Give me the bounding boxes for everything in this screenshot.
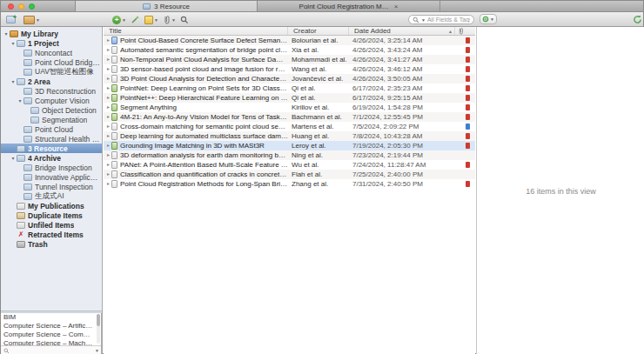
zoom-window-button[interactable]	[29, 3, 35, 10]
sidebar-item-2-area[interactable]: ▾2 Area	[1, 77, 102, 86]
library-menu-button[interactable]: ▼	[22, 14, 42, 25]
table-row[interactable]: ▸Automated semantic segmentation of brid…	[104, 45, 475, 55]
table-row[interactable]: ▸Point Cloud-Based Concrete Surface Defe…	[104, 36, 475, 45]
row-disclosure-icon[interactable]: ▸	[105, 64, 111, 74]
sidebar-item-uav智能巡检图像[interactable]: UAV智能巡检图像	[1, 67, 102, 77]
new-note-button[interactable]: ▼	[143, 14, 160, 25]
sidebar-item-3-resource[interactable]: 3 Resource	[1, 144, 102, 153]
row-disclosure-icon[interactable]: ▸	[105, 112, 111, 122]
tag-item[interactable]: Computer Science – Machine Le	[1, 339, 97, 345]
sidebar-item-my-library[interactable]: ▾My Library	[1, 29, 102, 38]
disclosure-open-icon[interactable]: ▾	[10, 155, 17, 161]
sidebar-item-label: Noncontact	[35, 49, 72, 57]
row-disclosure-icon[interactable]: ▸	[105, 103, 111, 112]
minimize-window-button[interactable]	[18, 3, 24, 10]
row-disclosure-icon[interactable]: ▸	[105, 150, 111, 160]
add-by-identifier-button[interactable]	[129, 14, 141, 25]
item-type-icon	[111, 37, 117, 44]
tab-reader[interactable]: Point Cloud Registration M… ×	[258, 1, 440, 11]
sidebar-item-retracted-items[interactable]: ✗Retracted Items	[1, 230, 102, 239]
row-disclosure-icon[interactable]: ▸	[105, 179, 111, 189]
table-row[interactable]: ▸Grounding Image Matching in 3D with MAS…	[104, 141, 475, 150]
tag-item[interactable]: Computer Science – Computer	[1, 331, 97, 339]
new-item-button[interactable]: + ▼	[111, 14, 128, 25]
sidebar-item-object-detection[interactable]: Object Detection	[1, 105, 102, 115]
row-disclosure-icon[interactable]: ▸	[105, 45, 111, 55]
tab-library[interactable]: 3 Resource	[75, 1, 258, 11]
table-row[interactable]: ▸PointNet++: Deep Hierarchical Feature L…	[104, 93, 475, 103]
table-row[interactable]: ▸3D sensor-based point cloud and image f…	[104, 64, 475, 74]
close-window-button[interactable]	[8, 3, 14, 10]
table-row[interactable]: ▸4M-21: An Any-to-Any Vision Model for T…	[104, 112, 475, 122]
sidebar-item-point-cloud-bridge-inspec[interactable]: Point Cloud Bridge Inspec	[1, 57, 102, 67]
row-disclosure-icon[interactable]: ▸	[105, 93, 111, 103]
items-list: ▸Point Cloud-Based Concrete Surface Defe…	[104, 36, 475, 189]
row-disclosure-icon[interactable]: ▸	[105, 141, 111, 150]
column-header-title[interactable]: Title	[104, 27, 288, 35]
add-attachment-button[interactable]: ▼	[161, 14, 178, 25]
sidebar-item-my-publications[interactable]: My Publications	[1, 201, 102, 210]
column-header-date-added[interactable]: Date Added ▲	[349, 27, 455, 35]
item-title: Non-Temporal Point Cloud Analysis for Su…	[120, 55, 288, 64]
row-disclosure-icon[interactable]: ▸	[105, 83, 111, 93]
table-row[interactable]: ▸PointNet: Deep Learning on Point Sets f…	[104, 83, 475, 93]
sidebar-item-生成式ai[interactable]: 生成式AI	[1, 191, 102, 201]
sidebar-item-label: Point Cloud Bridge Inspec	[35, 58, 102, 67]
table-row[interactable]: ▸Point Cloud Registration Methods for Lo…	[104, 179, 475, 189]
search-input[interactable]: ▼ All Fields & Tags	[408, 15, 474, 24]
sidebar-item-tunnel-inspection[interactable]: Tunnel Inspection	[1, 182, 102, 191]
column-header-creator[interactable]: Creator	[288, 27, 349, 35]
table-row[interactable]: ▸Segment AnythingKirillov et al.6/19/202…	[104, 103, 475, 112]
item-title: Classification and quantification of cra…	[120, 170, 288, 179]
row-disclosure-icon[interactable]: ▸	[105, 36, 111, 45]
sidebar-item-noncontact[interactable]: Noncontact	[1, 48, 102, 57]
disclosure-open-icon[interactable]: ▾	[10, 78, 17, 84]
advanced-search-button[interactable]	[178, 14, 191, 25]
tab-bar: 3 Resource Point Cloud Registration M… ×	[1, 1, 643, 12]
row-disclosure-icon[interactable]: ▸	[105, 122, 111, 131]
table-row[interactable]: ▸Cross-domain matching for semantic poin…	[104, 122, 475, 131]
column-header-attachment[interactable]	[455, 27, 475, 35]
table-row[interactable]: ▸Non-Temporal Point Cloud Analysis for S…	[104, 55, 475, 64]
table-row[interactable]: ▸3D deformation analysis for earth dam m…	[104, 150, 475, 160]
sidebar-item-trash[interactable]: Trash	[1, 239, 102, 249]
sidebar-item-duplicate-items[interactable]: Duplicate Items	[1, 210, 102, 220]
sidebar-item-point-cloud[interactable]: Point Cloud	[1, 124, 102, 134]
folder-icon	[23, 164, 32, 171]
tag-item[interactable]: BIM	[1, 313, 97, 322]
locate-button[interactable]: ▼	[480, 14, 497, 24]
table-row[interactable]: ▸Classification and quantification of cr…	[104, 170, 475, 179]
row-disclosure-icon[interactable]: ▸	[105, 55, 111, 64]
disclosure-open-icon[interactable]: ▾	[17, 97, 23, 104]
sidebar-item-computer-vision[interactable]: ▾Computer Vision	[1, 96, 102, 105]
sidebar-item-structural-health-monitor[interactable]: Structural Health Monitor	[1, 134, 102, 144]
row-disclosure-icon[interactable]: ▸	[105, 160, 111, 170]
row-disclosure-icon[interactable]: ▸	[105, 131, 111, 141]
sidebar-item-3d-reconstruction[interactable]: 3D Reconstruction	[1, 86, 102, 96]
sidebar-item-unfiled-items[interactable]: Unfiled Items	[1, 220, 102, 230]
disclosure-open-icon[interactable]: ▾	[3, 30, 10, 37]
close-tab-icon[interactable]: ×	[394, 3, 399, 10]
sync-button[interactable]	[631, 14, 644, 25]
sidebar-item-1-project[interactable]: ▾1 Project	[1, 38, 102, 48]
table-row[interactable]: ▸Deep learning for automated multiclass …	[104, 131, 475, 141]
locate-icon	[482, 16, 489, 23]
item-title: Point Cloud-Based Concrete Surface Defec…	[120, 36, 288, 45]
tag-options-icon[interactable]: ▼	[95, 348, 99, 353]
tag-item[interactable]: Computer Science – Artificial In	[1, 322, 97, 331]
sidebar-item-4-archive[interactable]: ▾4 Archive	[1, 153, 102, 163]
folder-icon	[17, 78, 25, 85]
item-creator: Kirillov et al.	[288, 103, 349, 112]
table-row[interactable]: ▸3D Point Cloud Analysis for Detection a…	[104, 74, 475, 83]
new-collection-button[interactable]: +	[4, 14, 17, 25]
sidebar-item-segmentation[interactable]: Segmentation	[1, 115, 102, 124]
sidebar-item-innovative-applications-o[interactable]: Innovative Applications o	[1, 172, 102, 182]
tag-scrollbar[interactable]	[97, 314, 100, 344]
row-disclosure-icon[interactable]: ▸	[105, 74, 111, 83]
red-flag-icon	[466, 181, 470, 187]
row-disclosure-icon[interactable]: ▸	[105, 170, 111, 179]
disclosure-open-icon[interactable]: ▾	[10, 40, 17, 46]
table-row[interactable]: ▸PANet: A Point-Attention Based Multi-Sc…	[104, 160, 475, 170]
sidebar-item-bridge-inspection[interactable]: Bridge Inspection	[1, 163, 102, 172]
item-title: Point Cloud Registration Methods for Lon…	[120, 179, 288, 189]
